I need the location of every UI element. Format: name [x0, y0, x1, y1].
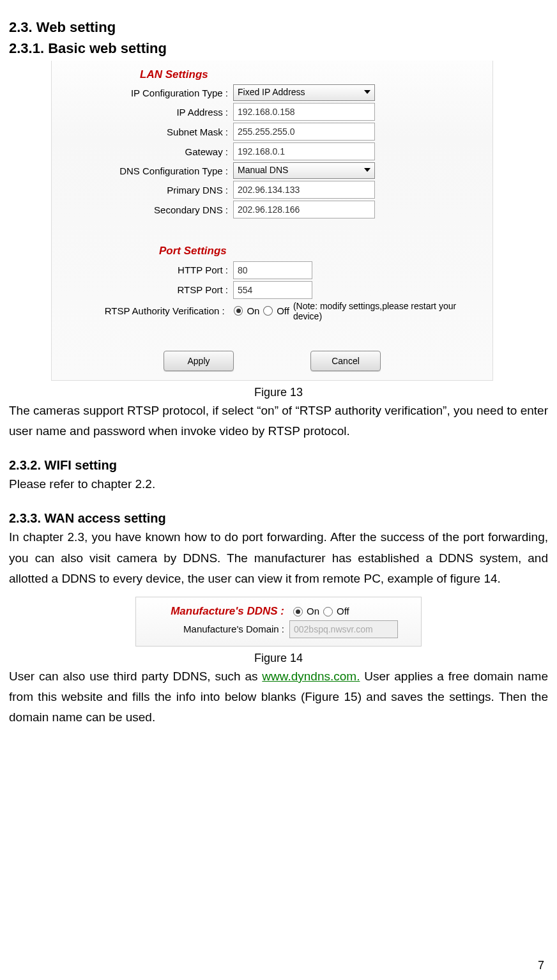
- radio-rtsp-off[interactable]: [263, 306, 273, 316]
- input-gateway[interactable]: [233, 142, 375, 160]
- paragraph-after-fig13: The cameras support RTSP protocol, if se…: [9, 401, 548, 442]
- label-rtsp-auth: RTSP Authority Verification :: [61, 305, 230, 316]
- label-rtsp-port: RTSP Port :: [61, 284, 233, 295]
- figure-13-panel: LAN Settings IP Configuration Type : Fix…: [51, 61, 493, 381]
- select-ip-conf-type-value: Fixed IP Address: [238, 87, 305, 97]
- label-mfg-domain: Manufacture's Domain :: [145, 624, 289, 634]
- label-gateway: Gateway :: [61, 146, 233, 157]
- chevron-down-icon: [364, 168, 370, 172]
- label-mfg-ddns: Manufacture's DDNS :: [145, 605, 289, 618]
- apply-button-label: Apply: [187, 356, 210, 366]
- radio-ddns-off[interactable]: [323, 607, 333, 616]
- input-ip-address[interactable]: [233, 103, 375, 121]
- radio-rtsp-on-label: On: [247, 305, 259, 316]
- heading-2-3-3: 2.3.3. WAN access setting: [9, 511, 548, 526]
- radio-ddns-on-label: On: [307, 606, 319, 616]
- radio-rtsp-off-label: Off: [277, 305, 289, 316]
- label-ip-conf-type: IP Configuration Type :: [61, 88, 233, 98]
- input-rtsp-port[interactable]: [233, 281, 312, 299]
- paragraph-wifi: Please refer to chapter 2.2.: [9, 474, 548, 494]
- chevron-down-icon: [364, 90, 370, 94]
- figure-14-panel: Manufacture's DDNS : On Off Manufacture'…: [135, 597, 422, 647]
- label-http-port: HTTP Port :: [61, 264, 233, 275]
- input-http-port[interactable]: [233, 261, 312, 279]
- paragraph-after-fig14-a: User can also use third party DDNS, such…: [9, 670, 262, 683]
- figure-14-caption: Figure 14: [9, 652, 548, 665]
- input-mfg-domain[interactable]: [289, 620, 398, 638]
- cancel-button[interactable]: Cancel: [310, 351, 381, 371]
- paragraph-wan: In chapter 2.3, you have known how to do…: [9, 527, 548, 589]
- select-dns-conf-type[interactable]: Manual DNS: [233, 162, 375, 179]
- label-primary-dns: Primary DNS :: [61, 185, 233, 195]
- input-subnet-mask[interactable]: [233, 123, 375, 141]
- paragraph-after-fig14: User can also use third party DDNS, such…: [9, 666, 548, 728]
- port-settings-header: Port Settings: [159, 245, 484, 257]
- input-primary-dns[interactable]: [233, 181, 375, 199]
- label-secondary-dns: Secondary DNS :: [61, 204, 233, 215]
- radio-ddns-off-label: Off: [337, 606, 349, 616]
- figure-13-caption: Figure 13: [9, 386, 548, 399]
- label-subnet-mask: Subnet Mask :: [61, 126, 233, 137]
- apply-button[interactable]: Apply: [164, 351, 234, 371]
- label-dns-conf-type: DNS Configuration Type :: [61, 165, 233, 176]
- select-ip-conf-type[interactable]: Fixed IP Address: [233, 84, 375, 101]
- lan-settings-header: LAN Settings: [140, 68, 484, 81]
- radio-rtsp-on[interactable]: [234, 306, 243, 316]
- link-dyndns[interactable]: www.dyndns.com.: [262, 670, 360, 683]
- heading-2-3-1: 2.3.1. Basic web setting: [9, 40, 548, 56]
- heading-2-3-2: 2.3.2. WIFI setting: [9, 458, 548, 473]
- select-dns-conf-type-value: Manual DNS: [238, 165, 288, 175]
- rtsp-note: (Note: modify settings,please restart yo…: [293, 301, 484, 321]
- label-ip-address: IP Address :: [61, 107, 233, 118]
- cancel-button-label: Cancel: [332, 356, 360, 366]
- radio-ddns-on[interactable]: [293, 607, 303, 616]
- heading-2-3: 2.3. Web setting: [9, 19, 548, 35]
- input-secondary-dns[interactable]: [233, 201, 375, 218]
